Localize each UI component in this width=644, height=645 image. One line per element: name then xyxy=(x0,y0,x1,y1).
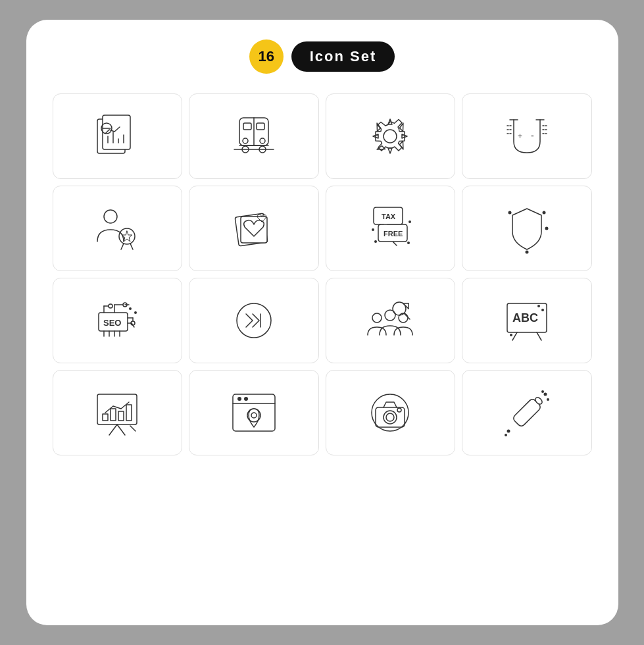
seo-circuit-icon: SEO xyxy=(91,294,143,347)
svg-line-84 xyxy=(117,425,125,435)
svg-point-16 xyxy=(243,138,248,143)
team-search-cell xyxy=(326,278,456,363)
analytics-report-cell xyxy=(53,93,183,179)
icon-count-badge: 16 xyxy=(249,39,284,74)
svg-point-104 xyxy=(543,393,547,396)
shield-power-icon xyxy=(501,202,553,255)
chart-presentation-icon xyxy=(91,386,143,439)
tax-free-cell: TAX FREE xyxy=(326,186,456,271)
svg-point-93 xyxy=(237,397,241,401)
svg-point-80 xyxy=(537,305,540,307)
svg-point-108 xyxy=(505,434,507,436)
svg-point-62 xyxy=(129,307,132,310)
camera-cell xyxy=(326,370,456,455)
camera-icon xyxy=(364,386,416,439)
abc-board-cell: ABC xyxy=(462,278,592,363)
svg-rect-88 xyxy=(118,411,124,421)
web-location-icon xyxy=(228,386,280,439)
svg-point-29 xyxy=(104,210,117,223)
svg-rect-85 xyxy=(97,394,137,425)
chart-presentation-cell xyxy=(53,370,183,455)
svg-point-105 xyxy=(547,398,549,401)
svg-point-17 xyxy=(260,138,265,143)
team-search-icon xyxy=(364,294,416,347)
web-location-cell xyxy=(189,370,319,455)
shield-power-cell xyxy=(462,186,592,271)
svg-text:-: - xyxy=(531,130,534,141)
train-cell xyxy=(189,93,319,179)
employee-award-cell xyxy=(53,186,183,271)
svg-point-18 xyxy=(384,130,397,143)
svg-point-54 xyxy=(109,304,112,308)
svg-point-39 xyxy=(409,220,411,223)
svg-point-100 xyxy=(386,413,394,421)
svg-line-77 xyxy=(512,332,517,340)
analytics-report-icon xyxy=(91,110,143,163)
icon-grid: + - xyxy=(53,93,592,455)
love-photos-icon xyxy=(228,202,280,255)
svg-rect-87 xyxy=(111,409,116,421)
svg-point-101 xyxy=(397,408,401,412)
abc-board-icon: ABC xyxy=(501,294,553,347)
svg-rect-86 xyxy=(103,414,108,421)
fast-forward-icon xyxy=(228,294,280,347)
svg-text:ABC: ABC xyxy=(512,311,538,324)
svg-point-40 xyxy=(407,242,410,244)
svg-rect-89 xyxy=(126,405,132,421)
settings-gear-cell xyxy=(326,93,456,179)
svg-point-41 xyxy=(374,240,377,243)
svg-line-83 xyxy=(109,425,117,435)
svg-point-106 xyxy=(541,390,544,393)
svg-point-94 xyxy=(244,397,248,401)
svg-point-96 xyxy=(251,413,257,418)
seo-circuit-cell: SEO xyxy=(53,278,183,363)
magnet-icon: + - xyxy=(501,110,553,163)
svg-point-42 xyxy=(542,211,545,215)
svg-point-107 xyxy=(507,430,510,433)
tax-free-icon: TAX FREE xyxy=(364,202,416,255)
svg-point-45 xyxy=(525,251,528,254)
page-title: Icon Set xyxy=(291,41,395,72)
svg-text:+: + xyxy=(518,132,522,141)
header: 16 Icon Set xyxy=(249,39,395,74)
flashlight-cell xyxy=(462,370,592,455)
svg-line-32 xyxy=(130,244,133,249)
flashlight-icon xyxy=(501,386,553,439)
magnet-cell: + - xyxy=(462,93,592,179)
love-photos-cell xyxy=(189,186,319,271)
settings-gear-icon xyxy=(364,110,416,163)
svg-point-63 xyxy=(134,311,137,314)
svg-point-82 xyxy=(510,334,512,336)
train-icon xyxy=(228,110,280,163)
svg-rect-10 xyxy=(257,123,264,130)
svg-point-81 xyxy=(541,309,544,311)
svg-line-90 xyxy=(130,426,136,431)
svg-point-66 xyxy=(237,303,271,338)
svg-text:SEO: SEO xyxy=(103,318,121,328)
svg-point-44 xyxy=(508,211,511,215)
main-card: 16 Icon Set xyxy=(26,20,618,625)
fast-forward-cell xyxy=(189,278,319,363)
svg-point-103 xyxy=(534,396,543,405)
svg-rect-9 xyxy=(243,123,251,130)
svg-point-97 xyxy=(372,394,409,431)
svg-point-99 xyxy=(384,411,397,424)
svg-line-31 xyxy=(121,244,124,249)
svg-point-43 xyxy=(545,227,548,230)
svg-text:TAX: TAX xyxy=(382,213,396,220)
svg-point-38 xyxy=(372,228,374,231)
svg-point-68 xyxy=(372,313,382,322)
employee-award-icon xyxy=(91,202,143,255)
svg-text:FREE: FREE xyxy=(384,230,403,238)
svg-line-78 xyxy=(537,332,541,340)
svg-point-70 xyxy=(399,313,408,322)
